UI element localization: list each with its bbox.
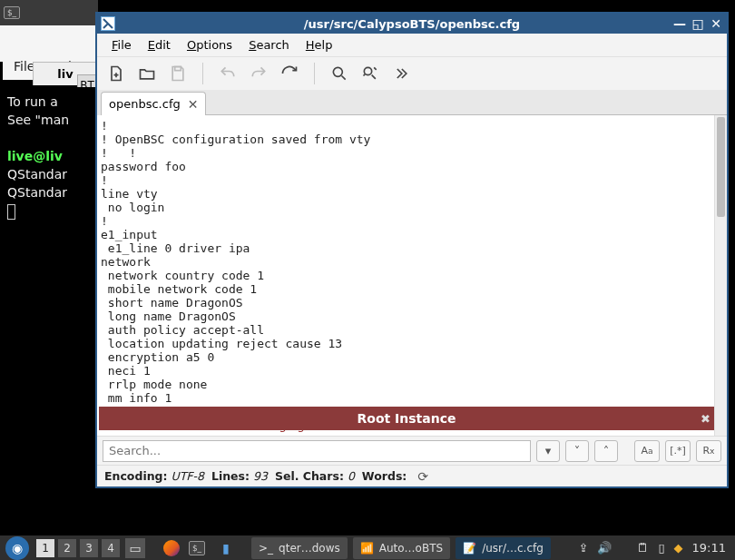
taskbar: ◉ 1234 ▭ $_ ▮ >_qter…dows📶Auto…oBTS📝/usr…: [0, 533, 735, 560]
desktop-pager-icon[interactable]: ▮: [216, 538, 236, 558]
more-icon[interactable]: [391, 64, 411, 84]
task-icon: 📶: [360, 542, 374, 555]
editor-menubar[interactable]: File Edit Options Search Help: [97, 34, 727, 57]
root-banner-label: Root Instance: [358, 411, 456, 426]
svg-point-2: [333, 67, 342, 76]
status-encoding: UTF-8: [172, 469, 204, 483]
regex-button[interactable]: [.*]: [665, 440, 691, 462]
term-prompt: live@liv: [7, 149, 63, 163]
menu-file[interactable]: File: [104, 36, 139, 54]
editor-window: /usr/src/CalypsoBTS/openbsc.cfg — ◱ ✕ Fi…: [95, 12, 729, 488]
find-replace-icon[interactable]: [360, 64, 380, 84]
undo-icon: [218, 64, 238, 84]
back-menu-file[interactable]: File: [14, 59, 34, 74]
back-window: File Actions: [0, 25, 98, 62]
open-folder-icon[interactable]: [137, 64, 157, 84]
toolbar-separator: [314, 63, 315, 84]
clock[interactable]: 19:11: [692, 541, 726, 555]
search-dropdown-icon[interactable]: ▾: [536, 440, 560, 462]
task-label: /usr/…c.cfg: [482, 542, 544, 555]
menu-search[interactable]: Search: [241, 36, 297, 54]
svg-rect-1: [175, 67, 181, 71]
menu-options[interactable]: Options: [180, 36, 240, 54]
reload-icon[interactable]: [279, 64, 299, 84]
terminal-body[interactable]: To run a See "man live@liv QStandar QSta…: [2, 87, 96, 514]
menu-help[interactable]: Help: [299, 36, 340, 54]
task-label: qter…dows: [279, 542, 340, 555]
term-cursor: [7, 204, 15, 220]
task-icon: >_: [259, 542, 273, 555]
status-bar: Encoding: UTF-8 Lines: 93 Sel. Chars: 0 …: [97, 465, 727, 486]
editor-toolbar: [97, 57, 727, 90]
terminal-launcher-icon[interactable]: $_: [189, 538, 209, 558]
term-line: QStandar: [7, 185, 67, 200]
status-sel-label: Sel. Chars:: [275, 469, 344, 483]
start-menu-icon[interactable]: ◉: [5, 536, 29, 560]
search-input[interactable]: [103, 440, 531, 462]
task-label: Auto…oBTS: [379, 542, 443, 555]
vertical-scrollbar[interactable]: [714, 115, 727, 436]
status-sel: 0: [348, 469, 355, 483]
svg-point-3: [364, 67, 371, 74]
taskbar-item[interactable]: >_qter…dows: [251, 537, 348, 559]
term-line: QStandar: [7, 167, 67, 182]
taskbar-item[interactable]: 📶Auto…oBTS: [353, 537, 450, 559]
search-bar: ▾ ˅ ˄ Aa [.*] Rx: [97, 436, 727, 465]
terminal-titlebar: $_: [0, 0, 98, 25]
workspace-1[interactable]: 1: [36, 539, 54, 557]
match-case-button[interactable]: Aa: [634, 440, 660, 462]
editor-tab-label: openbsc.cfg: [109, 97, 181, 111]
banner-close-icon[interactable]: ✖: [701, 412, 710, 426]
toolbar-separator: [202, 63, 203, 84]
status-words-label: Words:: [362, 469, 407, 483]
workspace-4[interactable]: 4: [102, 539, 120, 557]
tab-close-icon[interactable]: ✕: [188, 97, 199, 112]
notification-icon[interactable]: ◆: [674, 541, 683, 555]
search-prev-icon[interactable]: ˄: [594, 440, 618, 462]
workspace-2[interactable]: 2: [58, 539, 76, 557]
editor-text-area[interactable]: ! ! OpenBSC configuration saved from vty…: [97, 115, 714, 436]
taskbar-item[interactable]: 📝/usr/…c.cfg: [456, 537, 551, 559]
clear-search-button[interactable]: Rx: [696, 440, 721, 462]
editor-title-path: /usr/src/CalypsoBTS/openbsc.cfg: [97, 17, 727, 31]
editor-body: ! ! OpenBSC configuration saved from vty…: [97, 115, 727, 436]
task-icon: 📝: [463, 542, 476, 555]
root-instance-banner: Root Instance ✖: [99, 407, 714, 430]
workspace-3[interactable]: 3: [80, 539, 98, 557]
terminal-tab-label: liv: [57, 67, 73, 81]
editor-tab[interactable]: openbsc.cfg ✕: [101, 92, 206, 115]
status-lines: 93: [253, 469, 268, 483]
terminal-titlebar-icon: $_: [4, 6, 20, 19]
search-next-icon[interactable]: ˅: [565, 440, 589, 462]
notes-icon[interactable]: 🗒: [637, 541, 649, 555]
redo-icon: [249, 64, 269, 84]
editor-titlebar[interactable]: /usr/src/CalypsoBTS/openbsc.cfg — ◱ ✕: [97, 14, 727, 34]
status-lines-label: Lines:: [211, 469, 250, 483]
menu-edit[interactable]: Edit: [141, 36, 178, 54]
system-tray: ⇪ 🔊 🗒 ▯ ◆ 19:11: [578, 541, 735, 555]
save-icon: [168, 64, 188, 84]
status-encoding-label: Encoding:: [104, 469, 168, 483]
zoom-icon[interactable]: [329, 64, 349, 84]
new-file-icon[interactable]: [106, 64, 126, 84]
usb-icon[interactable]: ⇪: [578, 541, 588, 555]
scrollbar-thumb[interactable]: [717, 117, 725, 217]
firefox-icon[interactable]: [162, 538, 181, 558]
status-refresh-icon[interactable]: ⟳: [417, 469, 428, 484]
volume-icon[interactable]: 🔊: [597, 541, 612, 555]
show-desktop-icon[interactable]: ▭: [125, 538, 145, 558]
term-line: See "man: [7, 113, 69, 127]
editor-tabbar: openbsc.cfg ✕: [97, 90, 727, 115]
term-line: To run a: [7, 94, 58, 109]
battery-icon[interactable]: ▯: [658, 541, 664, 555]
